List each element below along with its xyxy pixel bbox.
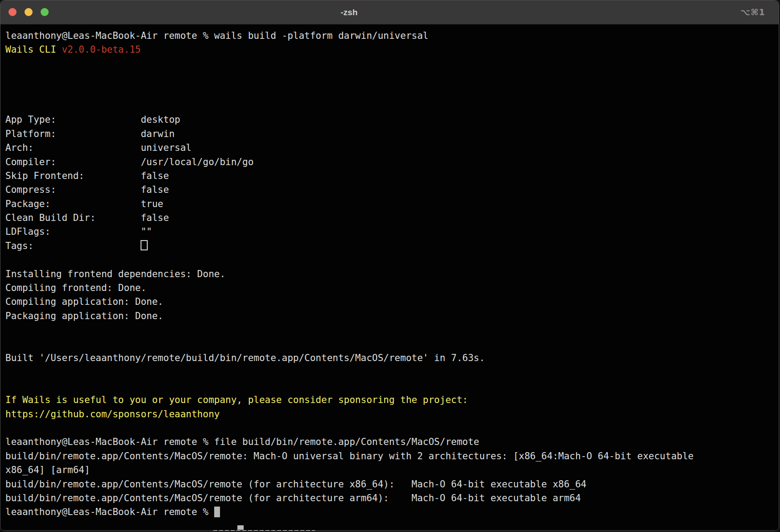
terminal-line: https://github.com/sponsors/leaanthony <box>5 407 779 421</box>
terminal-line: Platform: darwin <box>5 127 779 141</box>
terminal-output: leaanthony@Leas-MacBook-Air remote % wai… <box>5 29 779 520</box>
terminal-line: Compress: false <box>5 183 779 197</box>
terminal-line: Package: true <box>5 197 779 211</box>
terminal-line <box>5 99 779 113</box>
terminal-line <box>5 337 779 351</box>
terminal-text-segment: leaanthony@Leas-MacBook-Air remote % <box>5 507 214 517</box>
terminal-line <box>5 421 779 435</box>
terminal-line: Skip Frontend: false <box>5 169 779 183</box>
terminal-text-segment: App Type: desktop <box>5 114 180 125</box>
zoom-button[interactable] <box>41 8 49 16</box>
terminal-text-segment: leaanthony@Leas-MacBook-Air remote % wai… <box>5 30 428 41</box>
terminal-text-segment: Compiling frontend: Done. <box>5 283 146 293</box>
terminal-line: LDFlags: "" <box>5 225 779 239</box>
terminal-text-segment: Tags: <box>5 241 141 251</box>
terminal-text-segment: build/bin/remote.app/Contents/MacOS/remo… <box>5 451 693 461</box>
terminal-cursor <box>214 507 220 517</box>
terminal-line <box>5 85 779 99</box>
terminal-window: -zsh ⌥⌘1 leaanthony@Leas-MacBook-Air rem… <box>0 0 779 531</box>
terminal-line: Compiler: /usr/local/go/bin/go <box>5 155 779 169</box>
clipped-row-fragment <box>213 530 315 531</box>
window-title: -zsh <box>340 0 357 24</box>
terminal-text-segment: LDFlags: "" <box>5 226 152 237</box>
terminal-line: Built '/Users/leaanthony/remote/build/bi… <box>5 351 779 365</box>
terminal-text-segment: Wails CLI <box>5 44 62 55</box>
terminal-text-segment: v2.0.0-beta.15 <box>62 44 141 55</box>
terminal-text-segment: If Wails is useful to you or your compan… <box>5 395 468 405</box>
terminal-line: Compiling frontend: Done. <box>5 281 779 295</box>
tab-shortcut-badge: ⌥⌘1 <box>740 0 765 24</box>
terminal-text-segment: Installing frontend dependencies: Done. <box>5 269 225 279</box>
terminal-line: If Wails is useful to you or your compan… <box>5 393 779 407</box>
terminal-line <box>5 71 779 85</box>
terminal-line <box>5 323 779 337</box>
terminal-line: Arch: universal <box>5 141 779 155</box>
terminal-line: Compiling application: Done. <box>5 295 779 309</box>
terminal-line: leaanthony@Leas-MacBook-Air remote % wai… <box>5 29 779 43</box>
terminal-text-segment: x86_64] [arm64] <box>5 465 90 475</box>
terminal-text-segment: leaanthony@Leas-MacBook-Air remote % fil… <box>5 436 479 447</box>
clipped-bottom-strip <box>0 530 779 531</box>
terminal-line: Clean Build Dir: false <box>5 211 779 225</box>
terminal-line: build/bin/remote.app/Contents/MacOS/remo… <box>5 491 779 505</box>
terminal-line: build/bin/remote.app/Contents/MacOS/remo… <box>5 478 779 491</box>
titlebar[interactable]: -zsh ⌥⌘1 <box>0 0 779 25</box>
terminal-line: Installing frontend dependencies: Done. <box>5 267 779 281</box>
terminal-text-segment: Package: true <box>5 199 163 209</box>
terminal-text-segment: Packaging application: Done. <box>5 311 163 321</box>
minimize-button[interactable] <box>25 8 33 16</box>
terminal-line: App Type: desktop <box>5 113 779 127</box>
terminal-text-segment: Clean Build Dir: false <box>5 212 169 223</box>
terminal-line: leaanthony@Leas-MacBook-Air remote % fil… <box>5 435 779 449</box>
terminal-text-segment: build/bin/remote.app/Contents/MacOS/remo… <box>5 493 581 503</box>
terminal-text-segment: Platform: darwin <box>5 129 174 139</box>
terminal-line: build/bin/remote.app/Contents/MacOS/remo… <box>5 449 779 463</box>
terminal-line: leaanthony@Leas-MacBook-Air remote % <box>5 505 779 519</box>
terminal-text-segment: Skip Frontend: false <box>5 170 169 181</box>
terminal-line <box>5 57 779 71</box>
empty-tags-box <box>141 240 148 250</box>
terminal-text-segment: build/bin/remote.app/Contents/MacOS/remo… <box>5 479 586 490</box>
terminal-line: Packaging application: Done. <box>5 309 779 323</box>
close-button[interactable] <box>8 8 17 16</box>
terminal-text-segment: Compiler: /usr/local/go/bin/go <box>5 157 253 167</box>
terminal-text-segment: Compiling application: Done. <box>5 296 163 307</box>
traffic-lights <box>8 8 49 16</box>
terminal-text-segment: https://github.com/sponsors/leaanthony <box>5 409 220 420</box>
clipped-cursor-fragment <box>237 525 244 530</box>
terminal-text-segment: Built '/Users/leaanthony/remote/build/bi… <box>5 353 485 363</box>
terminal-line <box>5 253 779 267</box>
terminal-line <box>5 379 779 393</box>
terminal-line <box>5 365 779 379</box>
terminal-text-segment: Compress: false <box>5 184 169 195</box>
terminal-line: x86_64] [arm64] <box>5 463 779 477</box>
terminal-screen[interactable]: leaanthony@Leas-MacBook-Air remote % wai… <box>0 25 779 531</box>
terminal-line: Tags: <box>5 239 779 253</box>
terminal-line: Wails CLI v2.0.0-beta.15 <box>5 43 779 57</box>
terminal-text-segment: Arch: universal <box>5 142 191 153</box>
